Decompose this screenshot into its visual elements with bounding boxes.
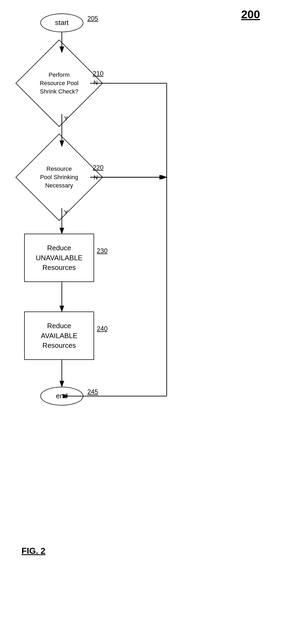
start-label: start: [55, 18, 69, 27]
end-ref: 245: [87, 388, 98, 396]
end-node: end: [40, 387, 83, 406]
flowchart-diagram: 200 start 205 PerformResource PoolShrink…: [0, 0, 303, 591]
decision2-yes: Y: [64, 209, 68, 216]
start-node: start: [40, 13, 83, 32]
end-label: end: [56, 392, 67, 401]
process1-label: ReduceUNAVAILABLEResources: [36, 243, 83, 272]
process1-node: ReduceUNAVAILABLEResources: [24, 234, 94, 282]
decision2-label: ResourcePool ShrinkingNecessary: [36, 165, 82, 190]
start-ref: 205: [87, 15, 98, 22]
process2-label: ReduceAVAILABLEResources: [41, 321, 77, 350]
decision1-label: PerformResource PoolShrink Check?: [36, 71, 82, 96]
decision2-ref: 220: [93, 164, 104, 171]
process2-ref: 240: [97, 325, 108, 332]
process1-ref: 230: [97, 247, 108, 255]
decision2-node: ResourcePool ShrinkingNecessary: [15, 133, 103, 221]
figure-label: FIG. 2: [22, 546, 45, 556]
decision1-yes: Y: [64, 115, 68, 122]
decision2-no: N: [94, 174, 98, 181]
process2-node: ReduceAVAILABLEResources: [24, 312, 94, 360]
decision1-ref: 210: [93, 70, 104, 77]
decision1-node: PerformResource PoolShrink Check?: [15, 39, 103, 127]
diagram-number: 200: [241, 8, 260, 21]
decision1-no: N: [94, 79, 98, 86]
